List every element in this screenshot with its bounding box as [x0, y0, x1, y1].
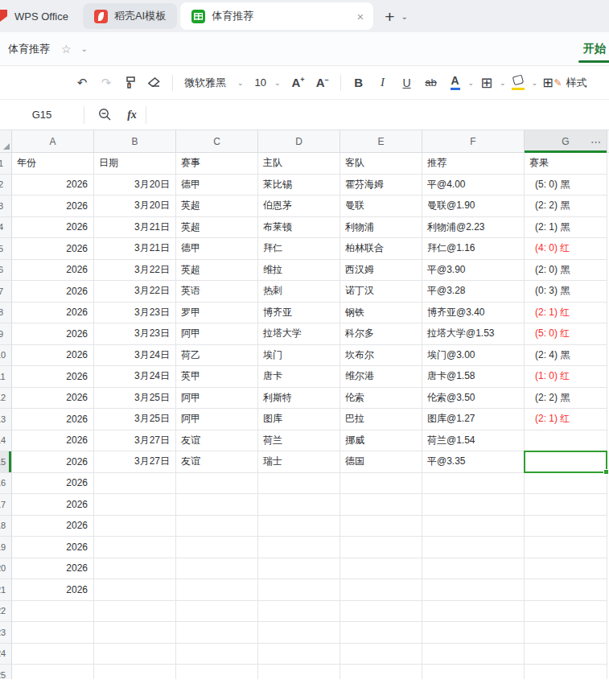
cell-A16[interactable]: 2026 [12, 473, 94, 495]
cell-F8[interactable]: 博齐亚@3.40 [422, 303, 525, 324]
cell-D21[interactable] [258, 579, 340, 601]
cell-B25[interactable] [94, 665, 176, 679]
font-color-button[interactable]: A [444, 72, 467, 94]
cell-E2[interactable]: 霍芬海姆 [340, 175, 422, 196]
cell-D22[interactable] [258, 601, 340, 623]
cell-B8[interactable]: 3月23日 [94, 303, 176, 324]
column-header-F[interactable]: F [422, 130, 525, 152]
cell-E22[interactable] [340, 601, 422, 623]
row-header-4[interactable]: 4 [0, 217, 12, 239]
column-header-E[interactable]: E [340, 130, 422, 152]
cell-C20[interactable] [176, 558, 258, 580]
cell-G13[interactable]: (2: 1) 红 [525, 409, 607, 430]
cell-A11[interactable]: 2026 [12, 366, 94, 388]
row-header-21[interactable]: 21 [0, 579, 12, 601]
row-header-12[interactable]: 12 [0, 388, 12, 410]
cell-C8[interactable]: 罗甲 [176, 303, 258, 324]
cell-F16[interactable] [422, 473, 525, 495]
cell-C9[interactable]: 阿甲 [176, 323, 258, 345]
cell-B22[interactable] [94, 601, 176, 623]
strikethrough-button[interactable]: ab [420, 72, 442, 94]
favorite-star-icon[interactable]: ☆ [61, 43, 72, 56]
cell-A25[interactable] [12, 665, 94, 679]
cell-B13[interactable]: 3月25日 [94, 409, 176, 430]
cell-C14[interactable]: 友谊 [176, 430, 258, 452]
italic-button[interactable]: I [372, 72, 394, 94]
tab-docer-ai[interactable]: 稻壳AI模板 [83, 3, 177, 29]
cell-A18[interactable]: 2026 [12, 516, 94, 537]
cell-G15[interactable] [525, 451, 607, 473]
tab-list-chevron-icon[interactable]: ⌄ [401, 12, 408, 21]
row-header-6[interactable]: 6 [0, 260, 12, 282]
cell-F12[interactable]: 伦索@3.50 [422, 388, 525, 410]
cell-E4[interactable]: 利物浦 [340, 217, 422, 239]
font-family-select[interactable]: 微软雅黑 ⌄ [179, 72, 249, 94]
cell-B19[interactable] [94, 537, 176, 558]
borders-chevron-icon[interactable]: ⌄ [500, 79, 506, 87]
cell-C10[interactable]: 荷乙 [176, 345, 258, 367]
cell-F18[interactable] [422, 516, 525, 537]
font-size-select[interactable]: 10 ⌄ [250, 72, 286, 94]
cell-D16[interactable] [258, 473, 340, 495]
more-columns-icon[interactable]: ⋯ [590, 135, 602, 147]
cell-G10[interactable]: (2: 4) 黑 [525, 345, 607, 367]
cell-A1[interactable]: 年份 [12, 153, 94, 175]
cell-F11[interactable]: 唐卡@1.58 [422, 366, 525, 388]
cell-G21[interactable] [525, 579, 607, 601]
cell-E15[interactable]: 德国 [340, 451, 422, 473]
row-header-17[interactable]: 17 [0, 494, 12, 516]
cell-D23[interactable] [258, 622, 340, 644]
row-header-18[interactable]: 18 [0, 516, 12, 537]
cell-G16[interactable] [525, 473, 607, 495]
cell-F3[interactable]: 曼联@1.90 [422, 196, 525, 217]
cell-C7[interactable]: 英语 [176, 281, 258, 303]
row-header-9[interactable]: 9 [0, 323, 12, 345]
column-header-D[interactable]: D [258, 130, 340, 152]
cell-G8[interactable]: (2: 1) 红 [525, 303, 607, 324]
cell-B6[interactable]: 3月22日 [94, 260, 176, 282]
row-header-3[interactable]: 3 [0, 196, 12, 217]
column-header-A[interactable]: A [12, 130, 94, 152]
cell-D20[interactable] [258, 558, 340, 580]
cell-D7[interactable]: 热刺 [258, 281, 340, 303]
zoom-out-magnifier-icon[interactable] [91, 108, 118, 121]
cell-E14[interactable]: 挪威 [340, 430, 422, 452]
cell-B21[interactable] [94, 579, 176, 601]
cell-G18[interactable] [525, 516, 607, 537]
cell-A20[interactable]: 2026 [12, 558, 94, 580]
cell-F23[interactable] [422, 622, 525, 644]
cell-G7[interactable]: (0: 3) 黑 [525, 281, 607, 303]
cell-G12[interactable]: (2: 2) 黑 [525, 388, 607, 410]
row-header-2[interactable]: 2 [0, 175, 12, 196]
cell-E3[interactable]: 曼联 [340, 196, 422, 217]
cell-D3[interactable]: 伯恩茅 [258, 196, 340, 217]
undo-button[interactable]: ↶ [71, 72, 93, 94]
cell-B11[interactable]: 3月24日 [94, 366, 176, 388]
cell-D24[interactable] [258, 644, 340, 665]
cell-B1[interactable]: 日期 [94, 153, 176, 175]
cell-A9[interactable]: 2026 [12, 323, 94, 345]
cell-F13[interactable]: 图库@1.27 [422, 409, 525, 430]
cell-C15[interactable]: 友谊 [176, 451, 258, 473]
cell-E25[interactable] [340, 665, 422, 679]
row-header-10[interactable]: 10 [0, 345, 12, 367]
cell-A5[interactable]: 2026 [12, 238, 94, 260]
cell-F22[interactable] [422, 601, 525, 623]
cell-A8[interactable]: 2026 [12, 303, 94, 324]
underline-button[interactable]: U [396, 72, 418, 94]
cell-C16[interactable] [176, 473, 258, 495]
column-header-G[interactable]: G⋯ [525, 130, 607, 152]
row-header-19[interactable]: 19 [0, 537, 12, 558]
row-header-15[interactable]: 15 [0, 451, 12, 473]
column-header-C[interactable]: C [176, 130, 258, 152]
cell-C5[interactable]: 德甲 [176, 238, 258, 260]
cell-B3[interactable]: 3月20日 [94, 196, 176, 217]
cell-C6[interactable]: 英超 [176, 260, 258, 282]
cell-G5[interactable]: (4: 0) 红 [525, 238, 607, 260]
tab-sports-doc[interactable]: 体育推荐 × [180, 2, 373, 30]
cell-F20[interactable] [422, 558, 525, 580]
cell-G19[interactable] [525, 537, 607, 558]
decrease-font-button[interactable]: A– [311, 72, 334, 94]
cell-A23[interactable] [12, 622, 94, 644]
cell-C22[interactable] [176, 601, 258, 623]
